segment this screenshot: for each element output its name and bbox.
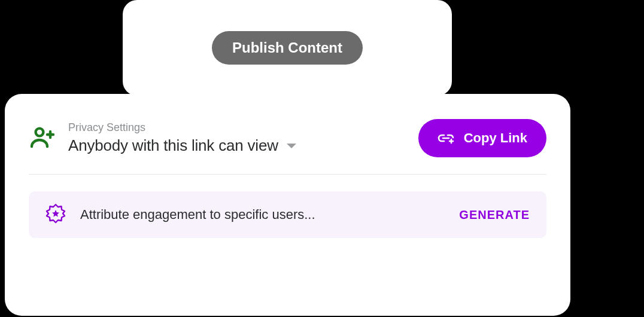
- generate-button[interactable]: GENERATE: [459, 208, 530, 222]
- attribution-banner: Attribute engagement to specific users..…: [29, 191, 546, 238]
- privacy-value: Anybody with this link can view: [68, 136, 278, 155]
- publish-card: Publish Content: [123, 0, 452, 96]
- chevron-down-icon: [285, 142, 297, 150]
- publish-content-button[interactable]: Publish Content: [212, 31, 363, 65]
- svg-point-0: [36, 129, 44, 136]
- privacy-text-block: Privacy Settings Anybody with this link …: [68, 121, 408, 155]
- publish-content-label: Publish Content: [232, 39, 342, 56]
- share-panel: Privacy Settings Anybody with this link …: [5, 94, 570, 316]
- link-add-icon: [438, 130, 455, 147]
- copy-link-button[interactable]: Copy Link: [418, 119, 546, 157]
- privacy-row: Privacy Settings Anybody with this link …: [29, 119, 546, 175]
- star-badge-icon: [45, 203, 66, 226]
- people-add-icon: [29, 123, 57, 154]
- copy-link-label: Copy Link: [464, 132, 527, 145]
- attribution-text: Attribute engagement to specific users..…: [80, 207, 445, 222]
- generate-label: GENERATE: [459, 208, 530, 221]
- privacy-section-label: Privacy Settings: [68, 121, 408, 134]
- privacy-dropdown[interactable]: Anybody with this link can view: [68, 136, 408, 155]
